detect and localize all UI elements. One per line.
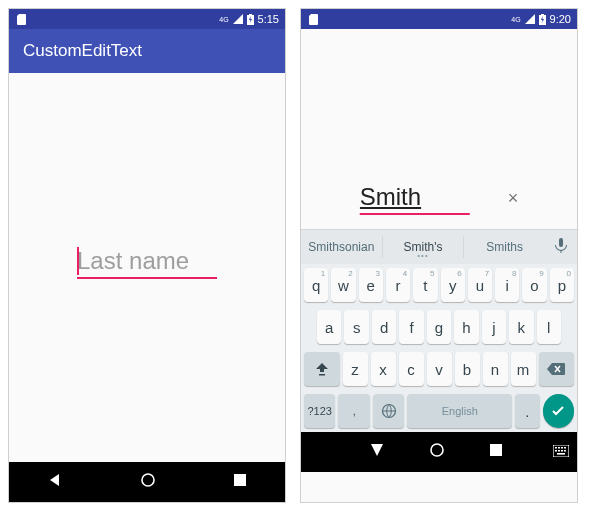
key-k[interactable]: k — [509, 310, 533, 344]
phone-left: 4G 5:15 CustomEditText — [8, 8, 286, 503]
key-q[interactable]: q1 — [304, 268, 328, 302]
text-cursor — [77, 247, 79, 275]
key-i[interactable]: i8 — [495, 268, 519, 302]
key-r[interactable]: r4 — [386, 268, 410, 302]
status-time: 9:20 — [550, 13, 571, 25]
network-label: 4G — [511, 16, 520, 23]
clear-button[interactable]: × — [508, 188, 519, 209]
edittext-wrapper: × — [360, 181, 519, 215]
mic-icon[interactable] — [545, 238, 577, 257]
key-j[interactable]: j — [482, 310, 506, 344]
key-t[interactable]: t5 — [413, 268, 437, 302]
battery-icon — [247, 14, 254, 25]
app-bar: CustomEditText — [9, 29, 285, 73]
svg-rect-8 — [558, 447, 560, 449]
svg-point-0 — [142, 474, 154, 486]
suggestion-1[interactable]: Smithsonian — [301, 236, 383, 258]
lastname-input[interactable] — [360, 181, 470, 215]
space-key[interactable]: English — [407, 394, 512, 428]
key-z[interactable]: z — [343, 352, 368, 386]
key-v[interactable]: v — [427, 352, 452, 386]
suggestion-3[interactable]: Smiths — [464, 236, 545, 258]
signal-icon — [233, 14, 243, 24]
key-s[interactable]: s — [344, 310, 368, 344]
key-e[interactable]: e3 — [359, 268, 383, 302]
svg-rect-11 — [555, 450, 557, 452]
key-row-2: asdfghjkl — [301, 306, 577, 348]
svg-rect-13 — [561, 450, 563, 452]
comma-key[interactable]: , — [338, 394, 369, 428]
app-title: CustomEditText — [23, 41, 142, 61]
key-f[interactable]: f — [399, 310, 423, 344]
back-button[interactable] — [369, 442, 385, 462]
back-button[interactable] — [47, 472, 63, 492]
content-area: × — [301, 29, 577, 229]
key-y[interactable]: y6 — [441, 268, 465, 302]
period-key[interactable]: . — [515, 394, 539, 428]
key-l[interactable]: l — [537, 310, 561, 344]
status-bar: 4G 9:20 — [301, 9, 577, 29]
key-u[interactable]: u7 — [468, 268, 492, 302]
sd-card-icon — [17, 14, 26, 25]
key-w[interactable]: w2 — [331, 268, 355, 302]
key-row-3: zxcvbnm — [301, 348, 577, 390]
suggestion-row: Smithsonian Smith's••• Smiths — [301, 230, 577, 264]
battery-icon — [539, 14, 546, 25]
keyboard: Smithsonian Smith's••• Smiths q1w2e3r4t5… — [301, 229, 577, 432]
key-c[interactable]: c — [399, 352, 424, 386]
key-h[interactable]: h — [454, 310, 478, 344]
recent-button[interactable] — [233, 473, 247, 491]
signal-icon — [525, 14, 535, 24]
svg-rect-10 — [564, 447, 566, 449]
status-bar: 4G 5:15 — [9, 9, 285, 29]
globe-key[interactable] — [373, 394, 404, 428]
svg-rect-4 — [490, 444, 502, 456]
key-a[interactable]: a — [317, 310, 341, 344]
symbols-key[interactable]: ?123 — [304, 394, 335, 428]
navigation-bar — [9, 462, 285, 502]
key-x[interactable]: x — [371, 352, 396, 386]
ime-switch-icon[interactable] — [553, 443, 569, 461]
sd-card-icon — [309, 14, 318, 25]
svg-rect-7 — [555, 447, 557, 449]
navigation-bar — [301, 432, 577, 472]
shift-key[interactable] — [304, 352, 340, 386]
home-button[interactable] — [140, 472, 156, 492]
key-row-1: q1w2e3r4t5y6u7i8o9p0 — [301, 264, 577, 306]
home-button[interactable] — [429, 442, 445, 462]
svg-rect-12 — [558, 450, 560, 452]
key-o[interactable]: o9 — [522, 268, 546, 302]
key-b[interactable]: b — [455, 352, 480, 386]
suggestion-2[interactable]: Smith's••• — [383, 236, 465, 258]
key-m[interactable]: m — [511, 352, 536, 386]
backspace-key[interactable] — [539, 352, 575, 386]
key-p[interactable]: p0 — [550, 268, 574, 302]
recent-button[interactable] — [489, 443, 503, 461]
content-area — [9, 73, 285, 462]
svg-rect-1 — [234, 474, 246, 486]
svg-rect-9 — [561, 447, 563, 449]
key-d[interactable]: d — [372, 310, 396, 344]
enter-key[interactable] — [543, 394, 574, 428]
key-n[interactable]: n — [483, 352, 508, 386]
key-row-4: ?123 , English . — [301, 390, 577, 432]
svg-rect-14 — [564, 450, 566, 452]
lastname-input[interactable] — [77, 245, 217, 279]
edittext-wrapper — [77, 245, 217, 279]
status-time: 5:15 — [258, 13, 279, 25]
key-g[interactable]: g — [427, 310, 451, 344]
network-label: 4G — [219, 16, 228, 23]
phone-right: 4G 9:20 × Smithsonian Smith's••• Smiths … — [300, 8, 578, 503]
svg-point-3 — [431, 444, 443, 456]
svg-rect-6 — [557, 453, 565, 455]
